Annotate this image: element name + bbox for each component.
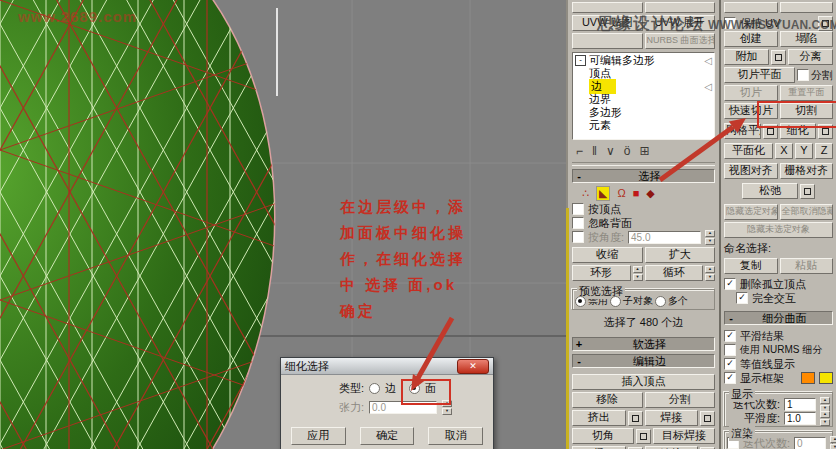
weld-button[interactable]: 焊接 (645, 410, 699, 426)
render-iterations-spinner[interactable]: ▲▼ (830, 436, 836, 449)
apply-button[interactable]: 应用 (291, 427, 346, 445)
element-icon[interactable]: ◆ (646, 187, 654, 200)
use-nurms-checkbox[interactable] (724, 344, 736, 356)
make-unique-icon[interactable]: ∨ (606, 144, 615, 158)
render-group: 渲染 迭代次数: 0 ▲▼ 平滑度: 1.0 ▲▼ (724, 431, 833, 449)
partial-button[interactable] (724, 2, 778, 13)
uvw-map-button[interactable]: UVW 贴图 (572, 15, 643, 31)
display-iterations-spinner[interactable]: ▲▼ (820, 397, 830, 412)
stack-item-element[interactable]: 元素 (575, 119, 712, 132)
subobject-arrow-icon: ◁ (704, 81, 712, 92)
edge-icon[interactable]: ◣ (596, 186, 610, 201)
preserve-uv-checkbox[interactable] (724, 17, 736, 29)
display-iterations-field[interactable]: 1 (784, 398, 816, 411)
weld-settings-button[interactable] (700, 411, 715, 426)
polygon-icon[interactable]: ■ (633, 187, 640, 200)
loop-button[interactable]: 循环 (645, 265, 704, 281)
preserve-uv-settings-button[interactable] (818, 16, 833, 31)
preview-selection-group: 预览选择 禁用 子对象 多个 (572, 289, 715, 310)
ok-button[interactable]: 确定 (360, 427, 415, 445)
meshsmooth-button[interactable]: 网格平滑 (724, 123, 761, 139)
slice-button: 切片 (724, 85, 778, 101)
full-interactivity-checkbox[interactable]: ✓ (736, 292, 748, 304)
split-checkbox[interactable] (797, 69, 809, 81)
ring-button[interactable]: 环形 (572, 265, 631, 281)
split-button[interactable]: 分割 (645, 392, 716, 408)
detach-button[interactable]: 分离 (788, 49, 833, 65)
remove-button[interactable]: 移除 (572, 392, 643, 408)
relax-settings-button[interactable] (800, 184, 815, 199)
preview-subobject-radio[interactable] (610, 296, 621, 307)
attach-button[interactable]: 附加 (724, 49, 769, 65)
relax-button[interactable]: 松弛 (742, 183, 798, 199)
collapse-button[interactable]: 塌陷 (780, 31, 834, 47)
chamfer-settings-button[interactable] (636, 429, 651, 444)
vertex-icon[interactable]: ∴ (582, 187, 589, 200)
grid-align-button[interactable]: 栅格对齐 (780, 163, 834, 179)
extrude-settings-button[interactable] (628, 411, 643, 426)
slice-plane-button[interactable]: 切片平面 (724, 67, 795, 83)
display-smoothness-spinner[interactable]: ▲▼ (820, 411, 830, 426)
remove-modifier-icon[interactable]: ö (624, 144, 631, 158)
preview-multiple-radio[interactable] (655, 296, 666, 307)
partial-button[interactable] (780, 2, 834, 13)
type-edge-radio[interactable] (369, 383, 380, 394)
hide-unselected-button[interactable]: 隐藏未选定对象 (724, 222, 833, 238)
tension-spinner[interactable]: ▲▼ (442, 400, 452, 415)
cancel-button[interactable]: 取消 (428, 427, 483, 445)
ring-spinner[interactable]: ▲▼ (633, 266, 643, 281)
cut-button[interactable]: 切割 (780, 103, 834, 119)
pin-stack-icon[interactable]: ⌐ (576, 144, 583, 158)
isoline-display-checkbox[interactable]: ✓ (724, 358, 736, 370)
by-angle-field[interactable]: 45.0 (628, 231, 701, 244)
tree-collapse-icon[interactable]: - (575, 55, 586, 66)
cage-selected-color-swatch[interactable] (819, 372, 833, 384)
grow-button[interactable]: 扩大 (645, 247, 716, 263)
partial-button[interactable] (572, 2, 643, 13)
subobject-arrow-icon: ◁ (704, 55, 712, 66)
selection-rollout-header[interactable]: -选择 (572, 169, 715, 183)
make-planar-button[interactable]: 平面化 (724, 143, 773, 159)
planar-y-button[interactable]: Y (795, 143, 813, 159)
subdivision-surface-rollout-header[interactable]: -细分曲面 (724, 311, 833, 325)
meshsmooth-settings-button[interactable] (763, 124, 778, 139)
view-align-button[interactable]: 视图对齐 (724, 163, 778, 179)
close-icon[interactable]: ✕ (457, 359, 489, 374)
quickslice-button[interactable]: 快速切片 (724, 103, 778, 119)
uvw-unwrap-button[interactable]: UVW 展开 (645, 15, 716, 31)
soft-selection-rollout-header[interactable]: +软选择 (572, 337, 715, 351)
cage-color-swatch[interactable] (801, 372, 815, 384)
edit-edges-rollout-header[interactable]: -编辑边 (572, 354, 715, 368)
shrink-button[interactable]: 收缩 (572, 247, 643, 263)
modifier-stack-list[interactable]: - 可编辑多边形 ◁ 顶点 边 ◁ 边界 多边形 元素 (572, 52, 715, 140)
planar-z-button[interactable]: Z (815, 143, 833, 159)
delete-isolated-vertices-checkbox[interactable]: ✓ (724, 278, 736, 290)
tessellate-selection-dialog[interactable]: 细化选择 ✕ 类型: 边 面 张力: 0.0 ▲▼ 应用 确定 取消 (280, 357, 494, 449)
tessellate-settings-button[interactable] (818, 124, 833, 139)
create-button[interactable]: 创建 (724, 31, 778, 47)
display-smoothness-field[interactable]: 1.0 (784, 412, 816, 425)
show-end-result-icon[interactable]: ‖ (592, 144, 597, 158)
loop-spinner[interactable]: ▲▼ (705, 266, 715, 281)
tessellate-button[interactable]: 细化 (780, 123, 817, 139)
show-cage-checkbox[interactable]: ✓ (724, 372, 736, 384)
dialog-title: 细化选择 (285, 359, 457, 374)
hide-selected-button[interactable]: 隐藏选定对象 (724, 204, 778, 220)
attach-settings-button[interactable] (771, 50, 786, 65)
insert-vertex-button[interactable]: 插入顶点 (572, 374, 715, 390)
partial-button[interactable] (645, 2, 716, 13)
stack-toolbar: ⌐ ‖ ∨ ö ⊞ (572, 144, 715, 158)
planar-x-button[interactable]: X (775, 143, 793, 159)
extrude-button[interactable]: 挤出 (572, 410, 626, 426)
dialog-titlebar[interactable]: 细化选择 ✕ (281, 358, 493, 375)
configure-modifier-sets-icon[interactable]: ⊞ (639, 144, 649, 158)
chamfer-button[interactable]: 切角 (572, 428, 634, 444)
by-angle-spinner[interactable]: ▲▼ (705, 230, 715, 245)
divider (572, 162, 715, 166)
type-face-radio[interactable] (409, 383, 420, 394)
border-icon[interactable]: Ω (617, 187, 625, 200)
target-weld-button[interactable]: 目标焊接 (653, 428, 715, 444)
unhide-all-button[interactable]: 全部取消隐藏 (780, 204, 834, 220)
copy-button[interactable]: 复制 (724, 258, 778, 274)
smooth-result-checkbox[interactable]: ✓ (724, 330, 736, 342)
